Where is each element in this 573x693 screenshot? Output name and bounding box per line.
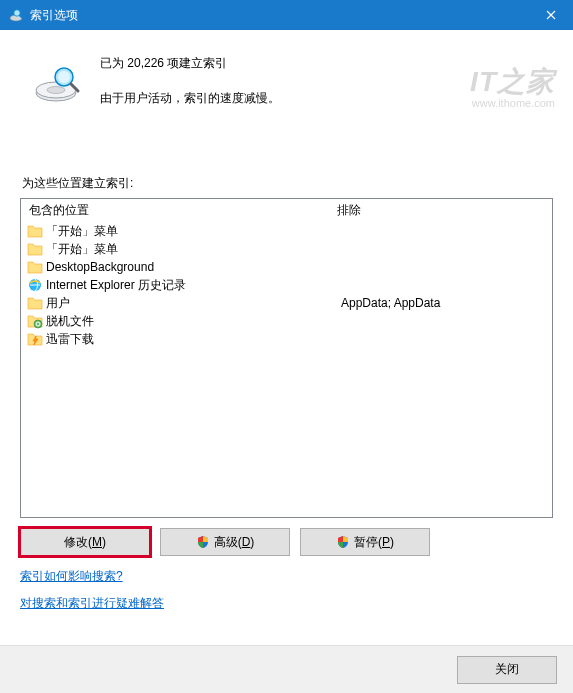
list-item-label: 脱机文件 <box>46 313 94 330</box>
excluded-header: 排除 <box>329 199 552 222</box>
titlebar: 索引选项 <box>0 0 573 30</box>
shield-icon <box>336 535 350 549</box>
list-item[interactable]: Internet Explorer 历史记录 <box>25 276 329 294</box>
close-dialog-button[interactable]: 关闭 <box>457 656 557 684</box>
index-count-text: 已为 20,226 项建立索引 <box>100 55 280 72</box>
close-icon <box>546 10 556 20</box>
svg-point-1 <box>14 10 20 16</box>
advanced-button[interactable]: 高级(D) <box>160 528 290 556</box>
locations-list: 包含的位置 「开始」菜单「开始」菜单DesktopBackgroundInter… <box>20 198 553 518</box>
modify-button[interactable]: 修改(M) <box>20 528 150 556</box>
list-item-label: 用户 <box>46 295 70 312</box>
list-item-label: 迅雷下载 <box>46 331 94 348</box>
list-item[interactable]: 迅雷下载 <box>25 330 329 348</box>
folder-icon <box>27 241 43 257</box>
pause-label: 暂停(P) <box>354 534 394 551</box>
offline-icon <box>27 313 43 329</box>
locations-label: 为这些位置建立索引: <box>22 175 553 192</box>
shield-icon <box>196 535 210 549</box>
ie-icon <box>27 277 43 293</box>
list-item[interactable]: 用户 <box>25 294 329 312</box>
list-item-label: 「开始」菜单 <box>46 223 118 240</box>
index-icon <box>8 7 24 23</box>
thunder-icon <box>27 331 43 347</box>
exclude-cell: AppData; AppData <box>333 294 552 312</box>
list-item[interactable]: 脱机文件 <box>25 312 329 330</box>
troubleshoot-link[interactable]: 对搜索和索引进行疑难解答 <box>20 595 164 612</box>
modify-label: 修改(M) <box>64 534 106 551</box>
list-item-label: DesktopBackground <box>46 260 154 274</box>
included-header: 包含的位置 <box>21 199 329 222</box>
folder-icon <box>27 295 43 311</box>
svg-point-7 <box>58 71 70 83</box>
list-item-label: 「开始」菜单 <box>46 241 118 258</box>
folder-icon <box>27 259 43 275</box>
exclude-cell <box>333 276 552 294</box>
exclude-cell <box>333 330 552 348</box>
list-item[interactable]: 「开始」菜单 <box>25 222 329 240</box>
pause-button[interactable]: 暂停(P) <box>300 528 430 556</box>
exclude-cell <box>333 222 552 240</box>
advanced-label: 高级(D) <box>214 534 255 551</box>
disk-search-icon <box>32 57 82 107</box>
svg-point-5 <box>47 87 65 94</box>
exclude-cell <box>333 258 552 276</box>
dialog-footer: 关闭 <box>0 645 573 693</box>
folder-icon <box>27 223 43 239</box>
index-speed-text: 由于用户活动，索引的速度减慢。 <box>100 90 280 107</box>
close-button[interactable] <box>528 0 573 30</box>
list-item-label: Internet Explorer 历史记录 <box>46 277 186 294</box>
how-search-link[interactable]: 索引如何影响搜索? <box>20 568 123 585</box>
list-item[interactable]: 「开始」菜单 <box>25 240 329 258</box>
exclude-cell <box>333 240 552 258</box>
exclude-cell <box>333 312 552 330</box>
window-title: 索引选项 <box>30 7 528 24</box>
list-item[interactable]: DesktopBackground <box>25 258 329 276</box>
